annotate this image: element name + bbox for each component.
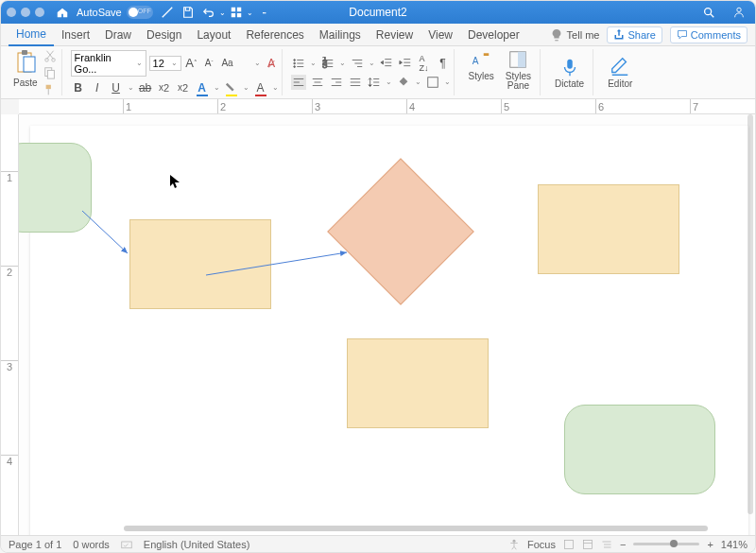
dictate-button[interactable]: Dictate xyxy=(549,57,590,89)
more-icon[interactable]: ··· xyxy=(257,6,270,19)
rounded-rect-shape[interactable] xyxy=(564,405,715,494)
line-icon[interactable] xyxy=(161,6,174,19)
clear-format-icon[interactable]: A̷ xyxy=(264,56,279,71)
font-color-chevron[interactable]: ⌄ xyxy=(272,83,279,92)
case-chevron[interactable]: ⌄ xyxy=(254,59,261,67)
account-icon[interactable] xyxy=(732,6,746,19)
subscript-button[interactable]: x2 xyxy=(157,80,172,95)
styles-button[interactable]: AStyles xyxy=(463,49,500,95)
rect-shape[interactable] xyxy=(129,219,271,309)
zoom-level[interactable]: 141% xyxy=(721,539,747,550)
multi-chev[interactable]: ⌄ xyxy=(369,59,375,67)
numbering-icon[interactable]: 123 xyxy=(320,56,335,71)
increase-font-icon[interactable]: A˄ xyxy=(184,56,199,71)
tab-home[interactable]: Home xyxy=(9,24,54,46)
paste-icon[interactable] xyxy=(14,49,37,76)
focus-mode[interactable]: Focus xyxy=(527,539,556,550)
font-size-select[interactable]: 12⌄ xyxy=(149,56,181,71)
line-spacing-icon[interactable] xyxy=(367,75,382,90)
page[interactable] xyxy=(30,126,748,535)
rounded-rect-shape[interactable] xyxy=(19,143,92,233)
accessibility-icon[interactable] xyxy=(508,539,520,550)
italic-button[interactable]: I xyxy=(90,80,105,95)
word-count[interactable]: 0 words xyxy=(73,539,110,550)
document-area[interactable] xyxy=(19,114,755,535)
tab-developer[interactable]: Developer xyxy=(460,25,527,45)
outdent-icon[interactable] xyxy=(379,56,394,71)
pilcrow-icon[interactable]: ¶ xyxy=(436,56,451,71)
tab-draw[interactable]: Draw xyxy=(97,25,139,45)
underline-button[interactable]: U xyxy=(109,80,124,95)
rect-shape[interactable] xyxy=(538,184,679,274)
drawing-canvas[interactable] xyxy=(30,126,748,535)
view-web-icon[interactable] xyxy=(582,539,593,550)
decrease-font-icon[interactable]: A˅ xyxy=(202,56,217,71)
tab-mailings[interactable]: Mailings xyxy=(312,25,369,45)
multilevel-icon[interactable] xyxy=(350,56,365,71)
window-controls[interactable] xyxy=(7,8,44,17)
tab-view[interactable]: View xyxy=(421,25,460,45)
zoom-slider[interactable] xyxy=(633,543,699,545)
comments-button[interactable]: Comments xyxy=(670,26,747,43)
shading-chev[interactable]: ⌄ xyxy=(415,78,421,86)
styles-pane-button[interactable]: Styles Pane xyxy=(500,49,537,95)
horizontal-scrollbar[interactable] xyxy=(124,526,708,531)
align-center-icon[interactable] xyxy=(310,75,325,90)
rect-shape[interactable] xyxy=(347,338,489,428)
share-button[interactable]: Share xyxy=(607,26,662,43)
save-icon[interactable] xyxy=(181,6,195,19)
tab-layout[interactable]: Layout xyxy=(189,25,238,45)
spellcheck-icon[interactable] xyxy=(121,539,132,550)
borders-icon[interactable] xyxy=(425,75,440,90)
tell-me[interactable]: Tell me xyxy=(550,28,600,42)
vertical-scrollbar[interactable] xyxy=(747,114,753,514)
cut-icon[interactable] xyxy=(43,49,57,62)
highlight-icon[interactable] xyxy=(224,80,239,95)
numbering-chev[interactable]: ⌄ xyxy=(339,59,346,67)
sort-icon[interactable]: AZ↓ xyxy=(417,56,432,71)
superscript-button[interactable]: x2 xyxy=(176,80,191,95)
grid-icon[interactable] xyxy=(230,6,243,19)
undo-chevron[interactable]: ⌄ xyxy=(219,9,226,17)
font-color-icon[interactable]: A xyxy=(253,80,268,95)
autosave-toggle[interactable] xyxy=(127,6,153,19)
bullets-chev[interactable]: ⌄ xyxy=(310,59,317,67)
view-print-icon[interactable] xyxy=(563,539,575,550)
search-icon[interactable] xyxy=(702,6,715,19)
editor-button[interactable]: Editor xyxy=(602,57,638,89)
zoom-in[interactable]: + xyxy=(707,539,713,550)
strike-button[interactable]: ab xyxy=(138,80,153,95)
change-case-icon[interactable]: Aa xyxy=(220,56,235,71)
spacing-chev[interactable]: ⌄ xyxy=(386,78,392,86)
align-left-icon[interactable] xyxy=(291,75,306,90)
tab-review[interactable]: Review xyxy=(369,25,421,45)
vertical-ruler[interactable]: 1 2 3 4 xyxy=(1,114,19,535)
max-dot[interactable] xyxy=(35,8,44,17)
grid-chevron[interactable]: ⌄ xyxy=(247,9,253,17)
min-dot[interactable] xyxy=(21,8,30,17)
page-indicator[interactable]: Page 1 of 1 xyxy=(9,539,61,550)
borders-chev[interactable]: ⌄ xyxy=(444,78,451,86)
view-outline-icon[interactable] xyxy=(601,539,612,550)
tab-references[interactable]: References xyxy=(238,25,311,45)
undo-icon[interactable] xyxy=(202,6,215,19)
justify-icon[interactable] xyxy=(348,75,363,90)
language-indicator[interactable]: English (United States) xyxy=(144,539,250,550)
paste-label[interactable]: Paste xyxy=(13,78,38,88)
align-right-icon[interactable] xyxy=(329,75,344,90)
close-dot[interactable] xyxy=(7,8,16,17)
bullets-icon[interactable] xyxy=(291,56,306,71)
tab-insert[interactable]: Insert xyxy=(54,25,97,45)
effects-chevron[interactable]: ⌄ xyxy=(214,83,220,92)
home-icon[interactable] xyxy=(56,6,69,19)
shading-icon[interactable] xyxy=(396,75,411,90)
highlight-chevron[interactable]: ⌄ xyxy=(243,83,249,92)
bold-button[interactable]: B xyxy=(71,80,86,95)
font-name-select[interactable]: Franklin Go...⌄ xyxy=(71,50,146,77)
autosave[interactable]: AutoSave xyxy=(77,6,153,19)
diamond-shape[interactable] xyxy=(327,158,474,305)
format-painter-icon[interactable] xyxy=(43,83,57,96)
underline-chevron[interactable]: ⌄ xyxy=(128,83,134,92)
horizontal-ruler[interactable]: 1 2 3 4 5 6 7 xyxy=(19,99,755,114)
zoom-out[interactable]: − xyxy=(620,539,626,550)
